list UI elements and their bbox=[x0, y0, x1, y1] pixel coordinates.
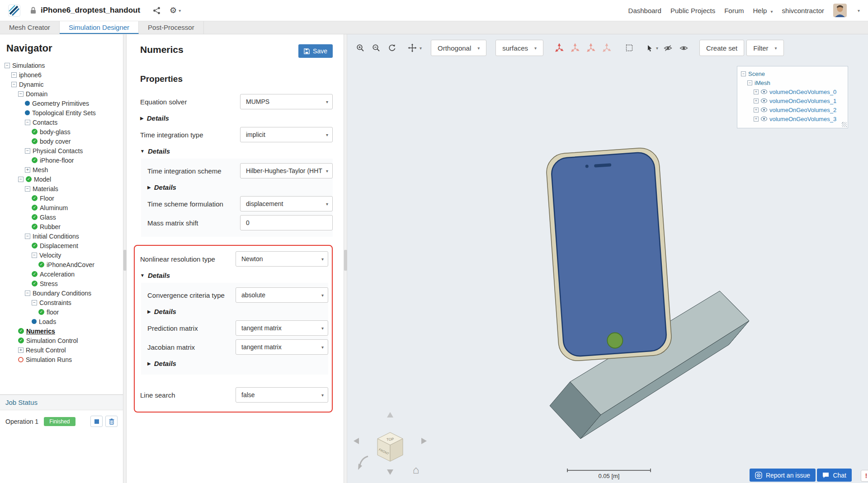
tree-item[interactable]: ✓body cover bbox=[0, 136, 123, 146]
select-tool-menu[interactable]: ▾ bbox=[645, 40, 659, 56]
nav-help-menu[interactable]: Help ▾ bbox=[753, 7, 773, 14]
tree-item[interactable]: −Domain bbox=[0, 89, 123, 98]
convergence-criteria-type-select[interactable]: absolute ▾ bbox=[236, 287, 328, 303]
collapse-icon[interactable]: − bbox=[32, 253, 37, 258]
collapse-icon[interactable]: − bbox=[25, 186, 30, 192]
tree-item[interactable]: −iphone6 bbox=[0, 70, 123, 80]
avatar[interactable] bbox=[833, 4, 847, 17]
hide-selected-button[interactable] bbox=[661, 40, 675, 56]
navigator-splitter[interactable] bbox=[123, 34, 127, 483]
scene-tree-item[interactable]: +volumeOnGeoVolumes_1 bbox=[737, 96, 848, 105]
properties-splitter[interactable] bbox=[344, 34, 347, 483]
navigation-cube[interactable]: TOP FRONT ⌂ bbox=[354, 412, 427, 476]
collapse-icon[interactable]: − bbox=[741, 71, 746, 76]
nonlinear-resolution-type-select[interactable]: Newton ▾ bbox=[236, 251, 328, 267]
tree-item[interactable]: ✓Rubber bbox=[0, 222, 123, 231]
expand-icon[interactable]: + bbox=[754, 117, 759, 122]
iphone-model[interactable] bbox=[545, 147, 672, 362]
collapse-icon[interactable]: − bbox=[747, 80, 752, 85]
mass-matrix-shift-input[interactable]: 0 bbox=[240, 215, 333, 230]
delete-job-button[interactable] bbox=[105, 416, 118, 427]
tree-item[interactable]: −Velocity bbox=[0, 250, 123, 260]
expand-icon[interactable]: + bbox=[18, 347, 24, 353]
tree-item[interactable]: ✓Acceleration bbox=[0, 269, 123, 279]
details-toggle-expanded[interactable]: ▼ Details bbox=[140, 145, 333, 157]
tree-item[interactable]: ✓Floor bbox=[0, 193, 123, 203]
tree-item[interactable]: −Contacts bbox=[0, 117, 123, 127]
clip-plane-reset-button[interactable] bbox=[600, 40, 613, 56]
tree-item[interactable]: ✓Glass bbox=[0, 212, 123, 222]
tree-item[interactable]: ✓Aluminum bbox=[0, 203, 123, 212]
projection-select[interactable]: Orthogonal ▾ bbox=[431, 40, 486, 56]
stop-job-button[interactable] bbox=[90, 416, 103, 427]
username[interactable]: shivcontractor bbox=[782, 7, 824, 14]
home-icon[interactable]: ⌂ bbox=[413, 464, 420, 476]
resize-handle[interactable] bbox=[842, 122, 847, 127]
tab-simulation-designer[interactable]: Simulation Designer bbox=[60, 21, 139, 34]
splitter-handle[interactable] bbox=[123, 250, 127, 271]
expand-icon[interactable]: + bbox=[25, 167, 30, 173]
tree-item[interactable]: ✓Displacement bbox=[0, 241, 123, 250]
clip-plane-x-button[interactable] bbox=[552, 40, 566, 56]
chat-button[interactable]: Chat bbox=[817, 469, 852, 482]
zoom-in-button[interactable] bbox=[354, 40, 367, 56]
chevron-down-icon[interactable]: ▾ bbox=[858, 8, 860, 13]
box-select-button[interactable] bbox=[623, 40, 636, 56]
tree-item[interactable]: −Constraints bbox=[0, 298, 123, 307]
collapse-icon[interactable]: − bbox=[32, 300, 37, 305]
nav-public-projects[interactable]: Public Projects bbox=[670, 7, 715, 14]
tree-item[interactable]: −Materials bbox=[0, 184, 123, 193]
tab-post-processor[interactable]: Post-Processor bbox=[139, 21, 204, 34]
show-all-button[interactable] bbox=[677, 40, 690, 56]
refresh-view-button[interactable] bbox=[385, 40, 399, 56]
time-integration-scheme-select[interactable]: Hilber-Hughes-Taylor (HHT ▾ bbox=[240, 163, 333, 178]
details-toggle[interactable]: ▶ Details bbox=[147, 357, 328, 370]
eye-icon[interactable] bbox=[761, 98, 767, 103]
tree-item[interactable]: ✓Stress bbox=[0, 279, 123, 288]
zoom-out-button[interactable] bbox=[369, 40, 383, 56]
report-issue-button[interactable]: Report an issue bbox=[750, 469, 816, 482]
tree-item[interactable]: −Boundary Conditions bbox=[0, 288, 123, 298]
collapse-icon[interactable]: − bbox=[5, 63, 10, 68]
eye-icon[interactable] bbox=[761, 89, 767, 94]
expand-icon[interactable]: + bbox=[754, 108, 759, 113]
jacobian-matrix-select[interactable]: tangent matrix ▾ bbox=[236, 339, 328, 355]
tree-item[interactable]: Topological Entity Sets bbox=[0, 108, 123, 117]
tree-item[interactable]: ✓floor bbox=[0, 307, 123, 317]
nav-forum[interactable]: Forum bbox=[724, 7, 744, 14]
tree-item[interactable]: Loads bbox=[0, 317, 123, 326]
eye-icon[interactable] bbox=[761, 117, 767, 121]
scene-tree-item[interactable]: −Scene bbox=[737, 69, 848, 78]
collapse-icon[interactable]: − bbox=[25, 148, 30, 154]
tree-item[interactable]: ✓Numerics bbox=[0, 326, 123, 336]
share-button[interactable] bbox=[153, 7, 160, 14]
expand-icon[interactable]: + bbox=[754, 89, 759, 94]
details-toggle-expanded[interactable]: ▼ Details bbox=[140, 269, 328, 281]
tree-item[interactable]: −Simulations bbox=[0, 61, 123, 70]
collapse-icon[interactable]: − bbox=[25, 234, 30, 239]
clip-plane-y-button[interactable] bbox=[568, 40, 582, 56]
pan-tool-menu[interactable]: ▾ bbox=[408, 40, 422, 56]
alert-button[interactable]: ! bbox=[861, 470, 868, 482]
create-set-button[interactable]: Create set bbox=[699, 40, 744, 56]
splitter-handle[interactable] bbox=[344, 250, 347, 271]
scene-tree-item[interactable]: +volumeOnGeoVolumes_0 bbox=[737, 87, 848, 96]
collapse-icon[interactable]: − bbox=[11, 82, 17, 87]
collapse-icon[interactable]: − bbox=[18, 91, 24, 97]
details-toggle[interactable]: ▶ Details bbox=[147, 305, 328, 318]
collapse-icon[interactable]: − bbox=[18, 177, 24, 182]
prediction-matrix-select[interactable]: tangent matrix ▾ bbox=[236, 320, 328, 336]
tree-item[interactable]: −Initial Conditions bbox=[0, 231, 123, 241]
scene-tree-item[interactable]: +volumeOnGeoVolumes_3 bbox=[737, 114, 848, 123]
details-toggle[interactable]: ▶ Details bbox=[140, 112, 333, 124]
tree-item[interactable]: ✓body-glass bbox=[0, 127, 123, 136]
collapse-icon[interactable]: − bbox=[11, 72, 17, 78]
eye-icon[interactable] bbox=[761, 108, 767, 112]
scene-tree-item[interactable]: −iMesh bbox=[737, 78, 848, 87]
settings-menu[interactable]: ⚙ ▾ bbox=[170, 5, 181, 15]
time-integration-type-select[interactable]: implicit ▾ bbox=[240, 127, 333, 142]
details-toggle[interactable]: ▶ Details bbox=[147, 181, 333, 193]
tree-item[interactable]: +Mesh bbox=[0, 165, 123, 174]
tree-item[interactable]: −Dynamic bbox=[0, 80, 123, 89]
expand-icon[interactable]: + bbox=[754, 98, 759, 103]
